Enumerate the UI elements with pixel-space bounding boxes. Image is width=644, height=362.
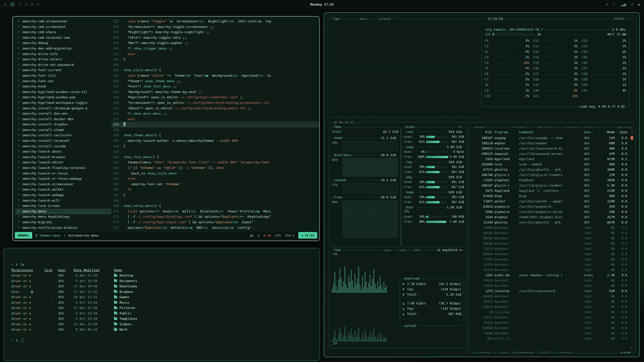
file-item[interactable]: *omarchy-menu-keybindings xyxy=(15,214,111,219)
launcher-icon[interactable]: ❏ xyxy=(4,2,6,6)
arrows-icon[interactable]: ⇄ xyxy=(606,3,608,6)
btop-window[interactable]: 1cpu menu preset * 17:32:59 - 2000ms + E… xyxy=(324,12,640,357)
btop-menu-button[interactable]: menu xyxy=(358,17,368,21)
code-line[interactable]: 139 *Bar*) omarchy-toggle-waybar ;; xyxy=(111,40,319,46)
code-line[interactable]: 173 options="$options\n≡ Defaults\n◍ DNS… xyxy=(111,225,319,230)
file-item[interactable]: *omarchy-launch-wifi xyxy=(15,198,111,203)
process-row[interactable]: 71837walker/usr/bin/walker --gappldhh324… xyxy=(469,199,635,204)
file-item[interactable]: *omarchy-install-dropbox xyxy=(15,122,111,127)
process-row[interactable]: 108107swaybg/usr/bin/swaybg -i /homdhh12… xyxy=(469,135,635,141)
code-line[interactable]: 137 *Nightlight*) omarchy-toggle-nightli… xyxy=(111,29,319,35)
process-row[interactable]: 94540kworker/root0B0.0 xyxy=(469,230,635,236)
process-row[interactable]: 76313kworker/root0B0.0 xyxy=(469,320,635,325)
process-row[interactable]: 108147glycin-i/usr/lib/glycin-loadersdhh… xyxy=(469,183,635,188)
process-panel-title[interactable]: 4proc xyxy=(472,127,484,129)
code-line[interactable]: 138 *Idle*) omarchy-toggle-idle ;; xyxy=(111,35,319,40)
code-line[interactable]: 162 if [[ "$theme" == "CNCLD" || -z "$th… xyxy=(111,165,319,171)
process-row[interactable]: 108116waybar/usr/bin/waybardhh68M0.0 xyxy=(469,141,635,146)
code-line[interactable]: 153 esac xyxy=(111,116,319,122)
btop-preset-button[interactable]: preset * xyxy=(378,17,396,21)
process-row[interactable]: 72088kworker/root0B0.0 xyxy=(469,331,635,336)
file-item[interactable]: *omarchy-hyprland-workspace-toggle xyxy=(15,100,111,106)
process-row[interactable]: 76575kworker/root0B0.0 xyxy=(469,299,635,304)
terminal-window[interactable]: ~ ❯ ls PermissionsSizeUserDate ModifiedN… xyxy=(3,248,320,361)
proc-footer-action[interactable]: ↵info xyxy=(495,351,507,353)
file-item[interactable]: *omarchy-launch-editor xyxy=(15,160,111,165)
code-line[interactable]: 146 *Theme*) show_theme_menu ;; xyxy=(111,78,319,84)
file-item[interactable]: *omarchy-notification-dismiss xyxy=(15,225,111,230)
code-line[interactable]: 171 [ -f ~/.config/hypr/bindings.conf ] … xyxy=(111,214,319,219)
code-line[interactable]: 155 xyxy=(111,127,319,133)
code-line[interactable]: 166 fi xyxy=(111,187,319,192)
proc-footer-action[interactable]: kKill xyxy=(538,351,551,353)
proc-footer-action[interactable]: tterminate xyxy=(512,351,534,353)
code-line[interactable]: 149 *Hyprland*) open_in_editor ~/.config… xyxy=(111,95,319,100)
code-line[interactable]: 154} xyxy=(111,122,319,127)
file-item[interactable]: *omarchy-hyprland-window-close-all xyxy=(15,89,111,95)
file-item[interactable]: *omarchy-hook xyxy=(15,84,111,89)
process-row[interactable]: 106746glycin-i/usr/lib/glycin-loadersdhh… xyxy=(469,172,635,177)
process-row[interactable]: 2544dropbox/home/dhh/.dropbox-distdhh357… xyxy=(469,214,635,220)
process-row[interactable]: 108033localsea/usr/lib/localsearch-exdhh… xyxy=(469,146,635,151)
file-item[interactable]: *omarchy-launch-screensaver xyxy=(15,182,111,187)
net-sync-toggle[interactable]: sync xyxy=(383,248,393,252)
code-line[interactable]: 158} xyxy=(111,144,319,149)
proc-tree-control[interactable]: tree xyxy=(584,127,594,129)
file-item[interactable]: *omarchy-drive-info xyxy=(15,51,111,57)
file-item[interactable]: *omarchy-launch-webapp xyxy=(15,192,111,198)
file-item[interactable]: *omarchy-install-docker-dbs xyxy=(15,116,111,122)
process-row[interactable]: 68583kworker/root0B0.0 xyxy=(469,236,635,241)
proc-sort-mode[interactable]: cpu lazy xyxy=(616,127,633,129)
file-item[interactable]: *omarchy-drive-select xyxy=(15,57,111,62)
memory-panel-title[interactable]: 2mem xyxy=(332,125,342,129)
file-item[interactable]: *omarchy-install-dev-env xyxy=(15,111,111,116)
code-line[interactable]: 140 *) show_trigger_menu ;; xyxy=(111,46,319,51)
signal-icon[interactable]: ▁▃▅ xyxy=(620,3,626,6)
net-auto-toggle[interactable]: auto xyxy=(398,248,408,252)
workspace-button[interactable]: 3 xyxy=(25,3,27,6)
code-line[interactable]: 170 local options="♬ Audio\n≋ Wifi\nᛒ Bl… xyxy=(111,209,319,214)
process-row[interactable]: 1916HyprlandHyprlanddhh423M0.1 xyxy=(469,156,635,162)
process-row[interactable]: 1275containe/usr/bin/containerdroot52M0.… xyxy=(469,288,635,294)
process-row[interactable]: 74733kworker/root0B0.0 xyxy=(469,262,635,267)
process-row[interactable]: 803btrfs-trroot0B0.0 xyxy=(469,336,635,341)
code-line[interactable]: 143 xyxy=(111,62,319,68)
process-row[interactable]: 73656kworker/root0B0.0 xyxy=(469,283,635,288)
code-line[interactable]: 160show_font_menu() { xyxy=(111,154,319,160)
file-item[interactable]: *omarchy-install-steam xyxy=(15,127,111,133)
prompt-line[interactable]: ~ ❯ xyxy=(11,338,319,343)
process-row[interactable]: 73703kworker/root0B0.0 xyxy=(469,257,635,262)
code-line[interactable]: 168 xyxy=(111,198,319,203)
file-item[interactable]: *omarchy-launch-browser xyxy=(15,154,111,160)
code-line[interactable]: 167} xyxy=(111,192,319,198)
scroll-down-icon[interactable]: ↓ xyxy=(630,346,632,349)
tray-icon[interactable]: ◉ xyxy=(638,3,640,6)
process-row[interactable]: 16rcu_preeroot0B0.0 xyxy=(469,309,635,315)
process-row[interactable]: 87649btopbtopdhh26M0.0 xyxy=(469,193,635,199)
proc-footer-action[interactable]: ↕select xyxy=(474,351,490,353)
process-row[interactable]: 102684nvimnvim --embed .dhh56M0.0 xyxy=(469,162,635,167)
code-line[interactable]: 141 esac xyxy=(111,51,319,57)
file-item[interactable]: *omarchy-install-terminal xyxy=(15,138,111,144)
file-item[interactable]: *omarchy-launch-or-focus xyxy=(15,171,111,176)
file-item[interactable]: *omarchy-drive-set-password xyxy=(15,62,111,68)
code-line[interactable]: 161 theme=$(menu "Font" "$(omarchy-font-… xyxy=(111,160,319,165)
file-item[interactable]: *omarchy-install-tailscale xyxy=(15,132,111,138)
file-item[interactable]: *omarchy-lock-screen xyxy=(15,203,111,209)
workspace-button[interactable]: 4 xyxy=(31,3,33,6)
code-line[interactable]: 144show_style_menu() { xyxy=(111,67,319,73)
file-item[interactable]: *omarchy-migrate xyxy=(15,219,111,225)
file-item[interactable]: *omarchy-font-list xyxy=(15,73,111,78)
code-line[interactable]: 135 case $(menu "Toggle" "◐ Screensaver\… xyxy=(111,19,319,24)
proc-percore-control[interactable]: per-core xyxy=(537,127,554,129)
code-line[interactable]: 148 *Background*) omarchy-theme-bg-next … xyxy=(111,89,319,95)
file-item[interactable]: *omarchy-debug xyxy=(15,40,111,46)
workspace-active-indicator[interactable] xyxy=(11,3,14,6)
code-line[interactable]: 145 case $(menu "Style" "❖ Theme\nA Font… xyxy=(111,73,319,78)
process-row[interactable]: 68584kworker/root0B0.0 xyxy=(469,251,635,257)
process-row[interactable]: 2506pipewire/usr/bin/pipewire-pulsedhh14… xyxy=(469,209,635,214)
code-line[interactable]: 156show_theme_menu() { xyxy=(111,132,319,138)
workspace-button[interactable]: 2 xyxy=(19,3,21,6)
code-line[interactable]: 159 xyxy=(111,149,319,154)
code-line[interactable]: 142} xyxy=(111,57,319,62)
